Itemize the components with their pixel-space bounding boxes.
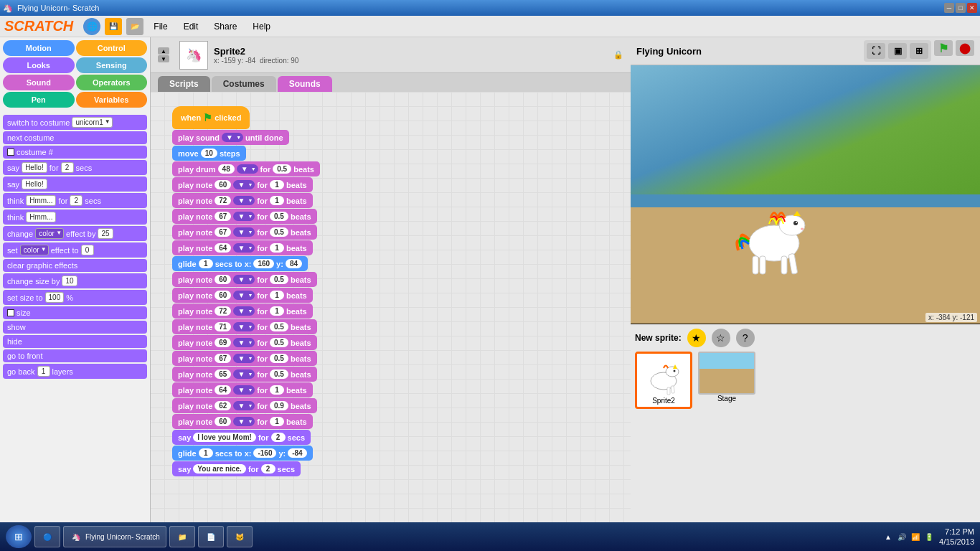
stage-coords: x: -384 y: -121 [925, 313, 977, 322]
block-say[interactable]: say Hello! [3, 176, 147, 192]
clock-time: 7:12 PM [939, 527, 974, 537]
share-menu[interactable]: Share [208, 19, 242, 34]
block-glide-1[interactable]: glide 1 secs to x: 160 y: 84 [172, 256, 308, 271]
block-play-sound-until-done[interactable]: play sound ▼ until done [172, 130, 289, 145]
taskbar-folder[interactable]: 📁 [169, 526, 195, 547]
block-switch-costume[interactable]: switch to costume unicorn1 [3, 115, 147, 130]
block-when-flag-clicked[interactable]: when ⚑ clicked [172, 106, 250, 129]
block-move-steps[interactable]: move 10 steps [172, 146, 246, 161]
category-variables[interactable]: Variables [76, 92, 148, 108]
taskbar-chrome[interactable]: 🔵 [34, 526, 60, 547]
tab-sounds[interactable]: Sounds [278, 76, 332, 92]
block-say-nice[interactable]: say You are nice. for 2 secs [172, 461, 301, 476]
block-go-back[interactable]: go back 1 layers [3, 364, 147, 379]
block-think-for[interactable]: think Hmm... for 2 secs [3, 193, 147, 208]
save-button[interactable]: 💾 [105, 18, 122, 35]
minimize-button[interactable]: ─ [944, 3, 954, 13]
category-motion[interactable]: Motion [3, 40, 75, 56]
categories: Motion Control Looks Sensing Sound Opera… [0, 37, 150, 110]
block-change-size[interactable]: change size by 10 [3, 273, 147, 288]
block-set-size[interactable]: set size to 100 % [3, 290, 147, 305]
block-show[interactable]: show [3, 321, 147, 334]
sprite-name: Sprite2 [214, 46, 298, 57]
block-say-for[interactable]: say Hello! for 2 secs [3, 160, 147, 175]
block-play-note-4[interactable]: play note 67▼ for 0.5 beats [172, 225, 317, 240]
block-go-to-front[interactable]: go to front [3, 349, 147, 362]
start-button[interactable]: ⊞ [6, 525, 32, 548]
svg-rect-3 [781, 256, 787, 274]
sprites-header: New sprite: ★ ☆ ? [635, 329, 976, 347]
stage-title-text: Flying Unicorn [636, 46, 702, 57]
block-play-note-1[interactable]: play note 60▼ for 1 beats [172, 177, 313, 192]
new-sprite-label: New sprite: [635, 333, 682, 343]
nav-up[interactable]: ▲ [158, 47, 169, 55]
block-play-drum[interactable]: play drum 48▼ for 0.5 beats [172, 161, 320, 176]
surprise-sprite-button[interactable]: ? [736, 329, 755, 347]
block-play-note-7[interactable]: play note 60▼ for 1 beats [172, 288, 313, 303]
block-change-effect[interactable]: change color effect by 25 [3, 226, 147, 241]
block-clear-effects[interactable]: clear graphic effects [3, 259, 147, 272]
svg-rect-15 [671, 386, 674, 393]
block-play-note-2[interactable]: play note 72▼ for 1 beats [172, 193, 313, 208]
tab-costumes[interactable]: Costumes [212, 76, 276, 92]
block-play-note-15[interactable]: play note 60▼ for 1 beats [172, 414, 313, 429]
block-say-mom[interactable]: say I love you Mom! for 2 secs [172, 430, 311, 445]
open-button[interactable]: 📂 [126, 18, 143, 35]
stage-thumb[interactable] [698, 352, 755, 395]
fullscreen-button[interactable]: ⛶ [867, 43, 885, 59]
taskbar-app3[interactable]: 🐱 [227, 526, 253, 547]
category-control[interactable]: Control [76, 40, 148, 56]
nav-down[interactable]: ▼ [158, 55, 169, 62]
help-menu[interactable]: Help [247, 19, 276, 34]
block-play-note-13[interactable]: play note 64▼ for 1 beats [172, 382, 313, 397]
block-play-note-9[interactable]: play note 71▼ for 0.5 beats [172, 319, 317, 334]
block-set-effect[interactable]: set color effect to 0 [3, 242, 147, 258]
titlebar: 🦄 Flying Unicorn- Scratch ─ □ ✕ [0, 0, 980, 16]
svg-rect-6 [753, 256, 758, 274]
maximize-button[interactable]: □ [956, 3, 966, 13]
close-button[interactable]: ✕ [967, 3, 977, 13]
block-next-costume[interactable]: next costume [3, 131, 147, 144]
svg-point-13 [674, 370, 676, 372]
taskbar-app2[interactable]: 📄 [198, 526, 224, 547]
category-looks[interactable]: Looks [3, 57, 75, 73]
stop-button[interactable]: ⬤ [956, 40, 974, 56]
block-think[interactable]: think Hmm... [3, 209, 147, 225]
block-costume-number[interactable]: costume # [3, 146, 147, 159]
tray-icon-4: 🔋 [923, 531, 935, 542]
middle-panel: ▲ ▼ 🦄 Sprite2 x: -159 y: -84 direction: … [151, 37, 631, 522]
upload-sprite-button[interactable]: ☆ [712, 329, 730, 347]
language-button[interactable]: 🌐 [83, 18, 100, 35]
clock: 7:12 PM 4/15/2013 [939, 527, 974, 547]
block-play-note-11[interactable]: play note 67▼ for 0.5 beats [172, 351, 317, 366]
taskbar-right: ▲ 🔊 📶 🔋 7:12 PM 4/15/2013 [882, 527, 974, 547]
sprite-thumb-sprite2[interactable]: Sprite2 [635, 352, 692, 409]
block-size-reporter[interactable]: size [3, 306, 147, 319]
normal-size-button[interactable]: ▣ [888, 43, 907, 59]
stage-thumb-container: Stage [698, 352, 755, 409]
block-play-note-6[interactable]: play note 60▼ for 0.5 beats [172, 272, 317, 287]
block-play-note-12[interactable]: play note 65▼ for 0.5 beats [172, 367, 317, 382]
block-play-note-10[interactable]: play note 69▼ for 0.5 beats [172, 335, 317, 350]
taskbar-scratch[interactable]: 🦄 Flying Unicorn- Scratch [63, 526, 166, 547]
tray-icon-2: 🔊 [896, 531, 908, 542]
block-play-note-3[interactable]: play note 67▼ for 0.5 beats [172, 209, 317, 224]
tab-scripts[interactable]: Scripts [158, 76, 210, 92]
file-menu[interactable]: File [148, 19, 173, 34]
block-play-note-14[interactable]: play note 62▼ for 0.9 beats [172, 398, 317, 413]
edit-menu[interactable]: Edit [178, 19, 204, 34]
scratch-logo: SCRATCH [4, 18, 73, 34]
category-pen[interactable]: Pen [3, 92, 75, 108]
block-play-note-5[interactable]: play note 64▼ for 1 beats [172, 240, 313, 255]
lock-icon: 🔒 [613, 50, 623, 60]
tray-icon-1: ▲ [882, 531, 894, 542]
block-play-note-8[interactable]: play note 72▼ for 1 beats [172, 303, 313, 319]
category-operators[interactable]: Operators [76, 75, 148, 90]
category-sensing[interactable]: Sensing [76, 57, 148, 73]
block-glide-2[interactable]: glide 1 secs to x: -160 y: -84 [172, 446, 313, 461]
small-size-button[interactable]: ⊞ [910, 43, 928, 59]
block-hide[interactable]: hide [3, 335, 147, 348]
paint-sprite-button[interactable]: ★ [687, 329, 706, 347]
category-sound[interactable]: Sound [3, 75, 75, 90]
green-flag-button[interactable]: ⚑ [934, 40, 953, 56]
